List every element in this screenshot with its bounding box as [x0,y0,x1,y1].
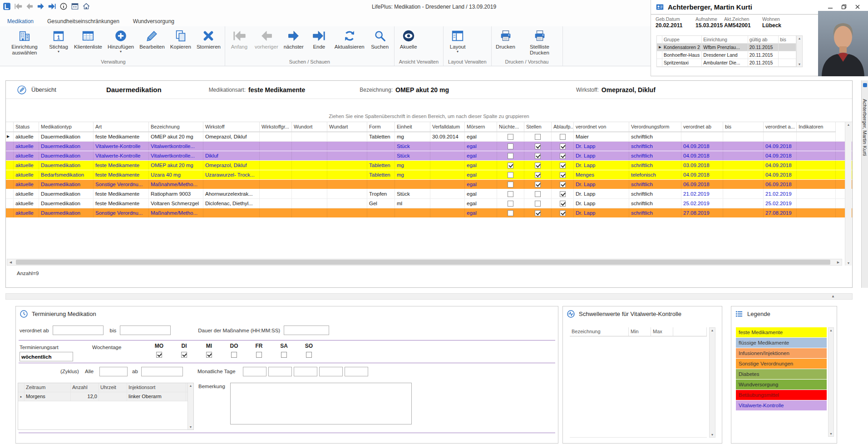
weekday-checkbox[interactable] [181,352,187,358]
scrollbar-thumb[interactable] [16,260,830,265]
column-header-ablauf[interactable]: Ablaufp... [552,122,574,132]
scroll-up-icon[interactable]: ▲ [829,329,833,332]
history-forward-icon[interactable] [37,2,45,10]
stellen-checkbox[interactable] [535,201,541,207]
suchen-button[interactable]: Suchen [367,28,393,50]
column-header-va2[interactable]: verordnet a... [764,122,797,132]
column-header-einheit[interactable]: Einheit [395,122,430,132]
close-button[interactable] [851,0,864,14]
history-first-icon[interactable] [14,2,22,10]
einrichtung-auswaehlen-button[interactable]: Einrichtung auswählen [3,28,46,56]
table-row[interactable]: aktuelleDauermedikationfeste Medikamente… [6,161,852,170]
column-header[interactable]: Anzahl [71,383,99,392]
table-row[interactable]: aktuelleDauermedikationSonstige Verordnu… [6,180,852,189]
scroll-up-icon[interactable]: ▲ [711,329,714,332]
column-header-art[interactable]: Art [94,122,149,132]
patient-table-row[interactable]: Bonhoeffer-HausDresdener Land20.11.2015 [657,51,796,59]
stellen-checkbox[interactable] [535,143,541,149]
patient-table-scrollbar[interactable]: ▲▼ [796,36,802,67]
scroll-down-icon[interactable]: ▼ [829,432,833,435]
scrollbar-track[interactable] [14,259,835,265]
stellen-checkbox[interactable] [535,163,541,168]
hinzufuegen-button[interactable]: Hinzufügen▾ [105,28,137,54]
home-icon[interactable] [82,2,90,10]
bemerkung-textarea[interactable] [230,383,412,424]
nuechtern-checkbox[interactable] [508,153,513,159]
minimize-button[interactable] [824,0,837,14]
stornieren-button[interactable]: Stornieren [194,28,223,50]
column-header-nuechtern[interactable]: Nüchte... [497,122,524,132]
column-header-typ[interactable]: Medikationtyp [39,122,94,132]
monatliche-tage-input-3[interactable] [294,367,317,376]
info-icon[interactable] [59,2,68,10]
group-by-area[interactable]: Ziehen Sie eine Spaltenüberschrift in di… [6,99,852,122]
nuechtern-checkbox[interactable] [508,134,513,140]
tab-gesundheitseinschraenkungen[interactable]: Gesundheitseinschränkungen [46,16,120,26]
nuechtern-checkbox[interactable] [508,163,513,168]
legend-scrollbar[interactable]: ▲▼ [828,327,834,437]
horizontal-scrollbar[interactable]: ◀ ▶ [7,259,842,266]
stellen-checkbox[interactable] [535,172,541,178]
stellen-checkbox[interactable] [535,182,541,187]
column-header[interactable]: gültig ab [748,36,779,43]
dauer-input[interactable] [284,326,329,335]
stellen-checkbox[interactable] [535,191,541,197]
column-header-vvon[interactable]: verordnet von [574,122,629,132]
column-header-wirkstoff[interactable]: Wirkstoff [203,122,260,132]
history-last-icon[interactable] [48,2,56,10]
column-header-wundort[interactable]: Wundort [292,122,327,132]
column-header-moersern[interactable]: Mörsern [465,122,497,132]
stellen-checkbox[interactable] [535,153,541,159]
vertical-scrollbar[interactable]: ▲▼ [845,122,852,266]
nuechtern-checkbox[interactable] [508,191,513,197]
column-header[interactable]: Zeitraum [25,383,71,392]
ende-button[interactable]: Ende [306,28,332,50]
zeitraum-row[interactable]: ▸Morgens12,0linker Oberarm [18,392,187,401]
scroll-up-icon[interactable]: ▲ [847,123,850,126]
column-header-bez[interactable]: Bezeichnung [149,122,203,132]
akuelle-button[interactable]: Akuelle [396,28,421,50]
ablauf-checkbox[interactable] [560,143,566,149]
nuechtern-checkbox[interactable] [508,210,513,216]
app-logo-icon[interactable] [3,2,11,10]
naechster-button[interactable]: nächster [281,28,306,50]
ablauf-checkbox[interactable] [560,191,566,197]
maximize-button[interactable] [837,0,851,14]
scroll-down-icon[interactable]: ▼ [798,63,801,66]
layout-button[interactable]: Layout▾ [445,28,470,54]
column-header-min[interactable]: Min [629,327,651,336]
zeitraum-scrollbar[interactable]: ▲▼ [187,383,193,429]
table-row[interactable]: aktuelleDauermedikationSonstige Verordnu… [6,208,852,218]
weekday-checkbox[interactable] [256,352,262,358]
aktualisieren-button[interactable]: Aktualisieren [332,28,367,50]
table-row[interactable]: ▶aktuelleDauermedikationfeste Medikament… [6,132,852,142]
ablauf-checkbox[interactable] [560,210,566,216]
weekday-checkbox[interactable] [306,352,312,358]
ablauf-checkbox[interactable] [560,172,566,178]
zyklus-ab-input[interactable] [141,367,183,376]
bearbeiten-button[interactable]: Bearbeiten [137,28,168,50]
monatliche-tage-input-5[interactable] [345,367,368,376]
collapse-up-icon[interactable]: ▲ [831,294,835,298]
stellen-checkbox[interactable] [535,210,541,216]
panel-splitter[interactable]: ▲ [5,293,853,300]
column-header[interactable]: Gruppe [662,36,702,43]
ablauf-checkbox[interactable] [560,134,566,140]
column-header-vform[interactable]: Verordnungsform [629,122,681,132]
table-row[interactable]: aktuelleDauermedikationVitalwerte-Kontro… [6,151,852,161]
verordnet-bis-input[interactable] [120,326,171,335]
nuechtern-checkbox[interactable] [508,172,513,178]
column-header-vab[interactable]: verordnet ab [681,122,723,132]
stellliste-drucken-button[interactable]: Stellliste Drucken [518,28,561,56]
nuechtern-checkbox[interactable] [508,143,513,149]
history-back-icon[interactable] [25,2,34,10]
verordnet-ab-input[interactable] [53,326,104,335]
zyklus-alle-input[interactable] [99,367,128,376]
column-header-stellen[interactable]: Stellen [524,122,552,132]
patient-table-row[interactable]: SpritzentaxiAmbulanter Die...20.11.2015 [657,59,796,67]
terminierungsart-input[interactable] [20,352,73,361]
stellen-checkbox[interactable] [535,134,541,140]
nuechtern-checkbox[interactable] [508,182,513,187]
monatliche-tage-input-1[interactable] [243,367,266,376]
klientenliste-button[interactable]: Klientenliste [71,28,105,50]
